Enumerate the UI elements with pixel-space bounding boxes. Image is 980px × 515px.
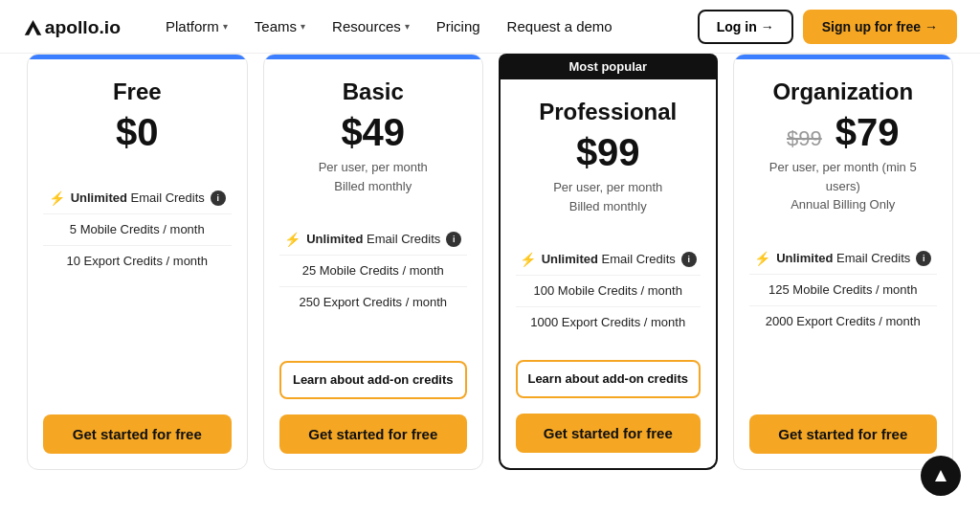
chevron-down-icon: ▾ bbox=[405, 21, 410, 32]
feature-mobile: 5 Mobile Credits / month bbox=[43, 214, 232, 246]
feature-email-text: Unlimited Email Credits bbox=[71, 190, 205, 207]
feature-mobile-text: 125 Mobile Credits / month bbox=[768, 281, 917, 299]
free-cta-button[interactable]: Get started for free bbox=[43, 414, 232, 454]
feature-export-text: 1000 Export Credits / month bbox=[530, 314, 685, 331]
plan-basic-price: $49 bbox=[283, 111, 464, 154]
navigation: apollo.io Platform ▾ Teams ▾ Resources ▾… bbox=[0, 0, 980, 54]
feature-export: 2000 Export Credits / month bbox=[749, 306, 938, 337]
svg-text:apollo.io: apollo.io bbox=[45, 17, 121, 37]
info-icon[interactable]: i bbox=[446, 232, 461, 247]
chevron-down-icon: ▾ bbox=[301, 21, 305, 32]
plan-organization-period: Per user, per month (min 5 users) Annual… bbox=[753, 158, 934, 214]
lightning-icon: ⚡ bbox=[754, 251, 770, 266]
svg-marker-2 bbox=[935, 470, 947, 481]
feature-email-text: Unlimited Email Credits bbox=[542, 251, 676, 268]
fab-button[interactable] bbox=[921, 456, 961, 496]
lightning-icon: ⚡ bbox=[520, 252, 536, 267]
feature-export-text: 250 Export Credits / month bbox=[299, 294, 447, 311]
info-icon[interactable]: i bbox=[916, 251, 931, 266]
plan-organization: Organization $99 $79 Per user, per month… bbox=[733, 54, 954, 470]
plan-basic-period: Per user, per month Billed monthly bbox=[283, 158, 464, 195]
login-button[interactable]: Log in → bbox=[698, 10, 793, 44]
nav-pricing[interactable]: Pricing bbox=[425, 12, 492, 40]
plan-professional-cta: Get started for free bbox=[501, 406, 716, 468]
plan-organization-features: ⚡ Unlimited Email Credits i 125 Mobile C… bbox=[734, 230, 953, 408]
plan-professional-period: Per user, per month Billed monthly bbox=[520, 178, 697, 215]
organization-cta-button[interactable]: Get started for free bbox=[749, 414, 938, 454]
pricing-section: Free $0 ⚡ Unlimited Email Credits i 5 Mo… bbox=[0, 54, 980, 470]
feature-export: 1000 Export Credits / month bbox=[516, 307, 701, 338]
addon-credits-button[interactable]: Learn about add-on credits bbox=[279, 361, 468, 400]
nav-right: Log in → Sign up for free → bbox=[698, 10, 957, 44]
logo[interactable]: apollo.io bbox=[23, 13, 123, 40]
feature-export-text: 10 Export Credits / month bbox=[67, 253, 208, 270]
plan-organization-price-old: $99 bbox=[787, 126, 822, 151]
feature-email-text: Unlimited Email Credits bbox=[776, 250, 910, 267]
feature-export: 10 Export Credits / month bbox=[43, 246, 232, 277]
plan-free: Free $0 ⚡ Unlimited Email Credits i 5 Mo… bbox=[27, 54, 248, 470]
plan-free-price: $0 bbox=[47, 111, 228, 154]
plan-organization-cta: Get started for free bbox=[734, 407, 953, 469]
plan-basic-name: Basic bbox=[283, 78, 464, 105]
feature-mobile-text: 5 Mobile Credits / month bbox=[70, 221, 205, 238]
professional-cta-button[interactable]: Get started for free bbox=[516, 414, 701, 453]
plan-professional-price: $99 bbox=[520, 131, 697, 174]
signup-button[interactable]: Sign up for free → bbox=[803, 10, 957, 44]
feature-export-text: 2000 Export Credits / month bbox=[766, 313, 921, 330]
info-icon[interactable]: i bbox=[211, 190, 226, 206]
feature-mobile-text: 100 Mobile Credits / month bbox=[534, 282, 682, 300]
plan-free-cta: Get started for free bbox=[28, 407, 247, 469]
plan-professional-name: Professional bbox=[520, 99, 697, 125]
feature-mobile: 100 Mobile Credits / month bbox=[516, 276, 701, 307]
feature-mobile-text: 25 Mobile Credits / month bbox=[302, 262, 444, 280]
plan-free-features: ⚡ Unlimited Email Credits i 5 Mobile Cre… bbox=[28, 169, 247, 407]
feature-mobile: 25 Mobile Credits / month bbox=[279, 256, 468, 287]
info-icon[interactable]: i bbox=[681, 252, 697, 267]
chevron-down-icon: ▾ bbox=[223, 21, 228, 32]
plan-free-body: Free $0 bbox=[28, 59, 247, 169]
lightning-icon: ⚡ bbox=[49, 190, 65, 206]
plan-basic-body: Basic $49 Per user, per month Billed mon… bbox=[264, 59, 483, 211]
plan-organization-body: Organization $99 $79 Per user, per month… bbox=[734, 59, 953, 230]
plan-free-name: Free bbox=[47, 78, 228, 105]
plan-basic: Basic $49 Per user, per month Billed mon… bbox=[263, 54, 484, 470]
plan-professional: Professional $99 Per user, per month Bil… bbox=[499, 79, 718, 470]
basic-cta-button[interactable]: Get started for free bbox=[279, 414, 468, 454]
feature-email: ⚡ Unlimited Email Credits i bbox=[516, 244, 701, 276]
feature-export: 250 Export Credits / month bbox=[279, 287, 468, 318]
plan-professional-features: ⚡ Unlimited Email Credits i 100 Mobile C… bbox=[501, 231, 716, 352]
svg-marker-1 bbox=[25, 20, 42, 35]
nav-platform[interactable]: Platform ▾ bbox=[154, 12, 239, 40]
plan-basic-cta: Get started for free bbox=[264, 407, 483, 469]
plan-organization-price: $79 bbox=[835, 111, 900, 154]
nav-teams[interactable]: Teams ▾ bbox=[243, 12, 317, 40]
feature-email-text: Unlimited Email Credits bbox=[306, 231, 440, 248]
feature-email: ⚡ Unlimited Email Credits i bbox=[43, 183, 232, 214]
plan-professional-body: Professional $99 Per user, per month Bil… bbox=[501, 79, 716, 231]
nav-request-demo[interactable]: Request a demo bbox=[496, 12, 624, 40]
nav-resources[interactable]: Resources ▾ bbox=[321, 12, 421, 40]
plan-organization-name: Organization bbox=[753, 78, 934, 105]
popular-badge: Most popular bbox=[499, 54, 718, 79]
feature-mobile: 125 Mobile Credits / month bbox=[749, 275, 938, 306]
plan-basic-features: ⚡ Unlimited Email Credits i 25 Mobile Cr… bbox=[264, 211, 483, 353]
nav-items: Platform ▾ Teams ▾ Resources ▾ Pricing R… bbox=[154, 12, 698, 40]
addon-credits-button[interactable]: Learn about add-on credits bbox=[516, 360, 701, 399]
lightning-icon: ⚡ bbox=[284, 232, 301, 247]
feature-email: ⚡ Unlimited Email Credits i bbox=[749, 243, 938, 275]
feature-email: ⚡ Unlimited Email Credits i bbox=[279, 224, 468, 256]
